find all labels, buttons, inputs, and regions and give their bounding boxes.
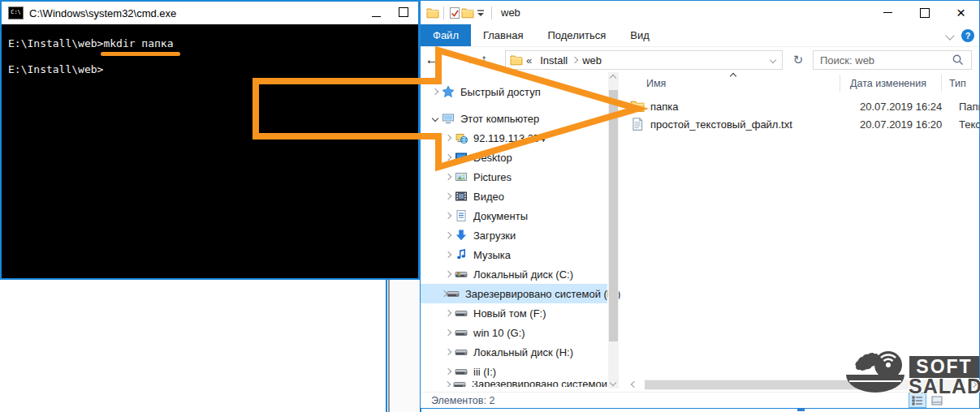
breadcrumb-web[interactable]: web	[582, 54, 602, 67]
chevron-right-icon[interactable]	[444, 381, 451, 387]
chevron-right-icon[interactable]	[445, 349, 451, 355]
sidebar-item[interactable]: Зарезервировано системой	[421, 381, 607, 387]
sidebar-item-label: Документы	[473, 210, 528, 222]
scroll-down-icon[interactable]	[610, 380, 616, 386]
breadcrumb-overflow[interactable]: «	[526, 54, 532, 67]
status-bar: Элементов: 2	[421, 392, 979, 408]
ribbon-tab-Главная[interactable]: Главная	[471, 24, 535, 46]
search-input[interactable]: Поиск: web	[813, 50, 972, 70]
screen-artifact	[797, 408, 805, 411]
chevron-down-icon[interactable]	[432, 115, 438, 122]
scrollbar-thumb[interactable]	[609, 90, 618, 341]
address-dropdown-icon[interactable]	[770, 57, 776, 63]
chevron-right-icon[interactable]	[445, 251, 451, 258]
chevron-right-icon[interactable]	[445, 310, 451, 316]
folder-icon[interactable]	[426, 6, 439, 19]
sidebar-item[interactable]: Зарезервировано системой (E:)	[421, 284, 607, 303]
column-header-type[interactable]: Тип	[949, 78, 966, 89]
file-date: 20.07.2019 16:20	[860, 118, 942, 131]
sidebar-item[interactable]: Локальный диск (H:)	[421, 342, 607, 362]
hscrollbar-thumb[interactable]	[645, 380, 861, 389]
chevron-right-icon[interactable]	[445, 271, 451, 277]
breadcrumb-install[interactable]: Install	[540, 54, 568, 67]
sidebar-item[interactable]: Документы	[421, 206, 607, 225]
cmd-titlebar[interactable]: C:\ C:\Windows\system32\cmd.exe	[2, 2, 418, 24]
back-button[interactable]: ←	[421, 52, 443, 68]
cmd-minimize-button[interactable]	[372, 7, 381, 19]
up-button[interactable]: ↑	[473, 52, 495, 68]
background-window-edge	[386, 280, 421, 412]
sidebar-item[interactable]: win 10 (G:)	[421, 323, 607, 342]
chevron-right-icon[interactable]	[445, 193, 451, 200]
sidebar-item[interactable]: Музыка	[421, 245, 607, 264]
chevron-right-icon[interactable]	[445, 329, 451, 336]
chevron-right-icon[interactable]	[445, 212, 451, 219]
sidebar-item[interactable]: 92.119.113.254	[421, 128, 607, 148]
file-date: 20.07.2019 16:24	[860, 101, 942, 113]
navigation-pane: Быстрый доступЭтот компьютер92.119.113.2…	[421, 72, 620, 393]
drive-icon	[455, 365, 468, 378]
cmd-command-underlined: mkdir папка	[103, 37, 173, 49]
desktop-icon	[455, 151, 468, 164]
textfile-icon	[630, 117, 645, 131]
sidebar-item[interactable]: iii (I:)	[421, 362, 607, 381]
file-list-pane: Имя Дата изменения Тип папка20.07.2019 1…	[620, 72, 979, 393]
quick-access-toolbar	[426, 6, 496, 19]
chevron-right-icon[interactable]	[445, 135, 451, 141]
help-icon[interactable]: ?	[961, 29, 974, 42]
horizontal-scrollbar[interactable]	[628, 380, 976, 390]
sidebar-item[interactable]: Локальный диск (C:)	[421, 264, 607, 284]
folder-icon	[510, 54, 523, 67]
sidebar-item-label: Pictures	[473, 171, 512, 183]
drive-icon	[455, 307, 468, 320]
chevron-right-icon[interactable]	[445, 154, 451, 161]
explorer-maximize-button[interactable]	[906, 1, 943, 24]
refresh-icon[interactable]: ↻	[788, 50, 809, 70]
check-doc-icon[interactable]	[448, 6, 461, 19]
address-bar[interactable]: « Install web	[505, 50, 783, 70]
sidebar-item-label: 92.119.113.254	[473, 132, 545, 144]
star-icon	[442, 85, 455, 98]
cmd-maximize-button[interactable]	[399, 7, 408, 19]
chevron-right-icon[interactable]	[445, 232, 451, 238]
address-row: ← ↑ « Install web ↻ Поиск: web	[421, 47, 979, 73]
chevron-right-icon[interactable]	[445, 174, 451, 180]
ribbon-tab-Поделиться[interactable]: Поделиться	[535, 24, 618, 46]
ribbon-tab-Вид[interactable]: Вид	[618, 24, 662, 46]
details-view-button[interactable]	[909, 393, 926, 407]
sidebar-scrollbar[interactable]	[608, 72, 619, 388]
drive-icon	[447, 287, 460, 300]
thumbnails-view-button[interactable]	[929, 393, 945, 407]
sidebar-item[interactable]: Загрузки	[421, 225, 607, 245]
scroll-right-icon[interactable]	[970, 381, 977, 388]
explorer-close-button[interactable]: ×	[943, 1, 979, 24]
chevron-right-icon[interactable]	[445, 368, 451, 375]
explorer-content: Быстрый доступЭтот компьютер92.119.113.2…	[421, 72, 979, 393]
file-name: папка	[650, 101, 679, 113]
cmd-console[interactable]: E:\Install\web>mkdir папка E:\Install\we…	[2, 24, 418, 278]
sidebar-item-label: Музыка	[473, 249, 511, 261]
sidebar-item[interactable]: Pictures	[421, 167, 607, 187]
file-row[interactable]: простой_текстовый_файл.txt20.07.2019 16:…	[630, 115, 979, 133]
customize-chevron-icon[interactable]	[474, 6, 487, 19]
drive-icon	[455, 345, 468, 358]
sidebar-item[interactable]: Новый том (F:)	[421, 303, 607, 323]
column-header-date[interactable]: Дата изменения	[850, 78, 926, 89]
sidebar-item[interactable]: Быстрый доступ	[421, 82, 607, 101]
sidebar-item[interactable]: Видео	[421, 187, 607, 206]
ribbon-tab-Файл[interactable]: Файл	[421, 24, 471, 46]
ribbon-collapse-icon[interactable]	[945, 31, 954, 40]
sidebar-item[interactable]: Desktop	[421, 148, 607, 167]
scroll-left-icon[interactable]	[631, 381, 637, 388]
explorer-minimize-button[interactable]	[870, 1, 906, 24]
chevron-right-icon[interactable]	[432, 88, 438, 95]
scroll-up-icon[interactable]	[610, 75, 616, 81]
file-row[interactable]: папка20.07.2019 16:24Папка	[630, 97, 979, 115]
sidebar-item[interactable]: Этот компьютер	[421, 109, 607, 128]
explorer-titlebar[interactable]: web ×	[421, 1, 979, 24]
cmd-title: C:\Windows\system32\cmd.exe	[29, 7, 176, 19]
column-header-name[interactable]: Имя	[646, 78, 666, 89]
folder-icon[interactable]	[461, 6, 474, 19]
breadcrumb-separator-icon[interactable]	[572, 57, 578, 63]
sidebar-item-label: Новый том (F:)	[473, 307, 546, 320]
